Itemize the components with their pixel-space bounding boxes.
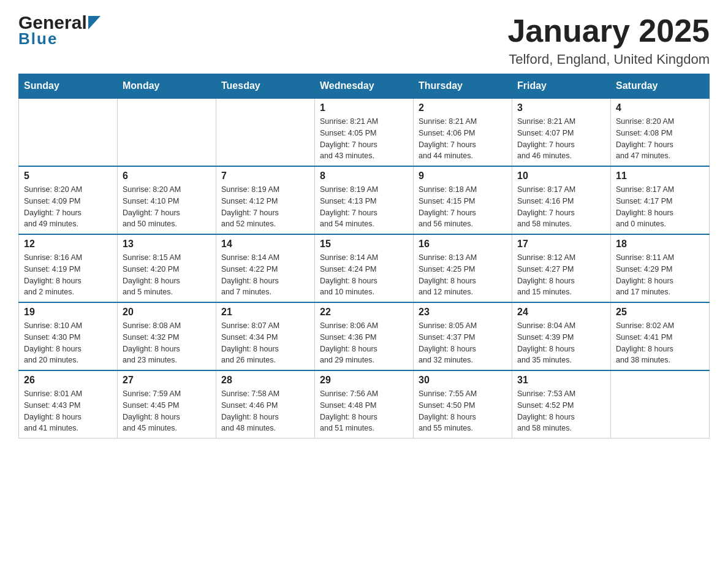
title-section: January 2025 Telford, England, United Ki… [507,12,710,67]
day-number: 27 [123,375,211,386]
calendar-cell: 4Sunrise: 8:20 AM Sunset: 4:08 PM Daylig… [611,98,710,166]
day-number: 17 [517,239,605,250]
day-info: Sunrise: 8:17 AM Sunset: 4:17 PM Dayligh… [616,184,704,230]
calendar-cell: 16Sunrise: 8:13 AM Sunset: 4:25 PM Dayli… [414,234,512,302]
day-number: 6 [123,170,211,182]
calendar-cell: 29Sunrise: 7:56 AM Sunset: 4:48 PM Dayli… [315,370,414,439]
day-info: Sunrise: 8:16 AM Sunset: 4:19 PM Dayligh… [24,252,112,298]
calendar: SundayMondayTuesdayWednesdayThursdayFrid… [18,74,710,439]
calendar-cell: 26Sunrise: 8:01 AM Sunset: 4:43 PM Dayli… [19,370,118,439]
day-number: 21 [221,307,309,318]
day-number: 7 [221,170,309,182]
day-info: Sunrise: 8:21 AM Sunset: 4:06 PM Dayligh… [419,116,507,162]
calendar-cell [19,98,118,166]
weekday-header-saturday: Saturday [611,74,710,99]
weekday-header-monday: Monday [118,74,216,99]
calendar-cell: 13Sunrise: 8:15 AM Sunset: 4:20 PM Dayli… [118,234,216,302]
day-number: 24 [517,307,605,318]
day-info: Sunrise: 8:06 AM Sunset: 4:36 PM Dayligh… [320,320,408,366]
calendar-cell: 20Sunrise: 8:08 AM Sunset: 4:32 PM Dayli… [118,302,216,370]
calendar-cell: 10Sunrise: 8:17 AM Sunset: 4:16 PM Dayli… [512,166,611,234]
day-info: Sunrise: 8:20 AM Sunset: 4:10 PM Dayligh… [123,184,211,230]
day-number: 22 [320,307,408,318]
logo-name-blue: Blue [18,29,58,48]
calendar-cell [611,370,710,439]
day-info: Sunrise: 7:55 AM Sunset: 4:50 PM Dayligh… [419,388,507,434]
calendar-cell: 1Sunrise: 8:21 AM Sunset: 4:05 PM Daylig… [315,98,414,166]
calendar-cell [118,98,216,166]
calendar-cell: 9Sunrise: 8:18 AM Sunset: 4:15 PM Daylig… [414,166,512,234]
weekday-header-friday: Friday [512,74,611,99]
calendar-cell: 31Sunrise: 7:53 AM Sunset: 4:52 PM Dayli… [512,370,611,439]
day-number: 13 [123,239,211,250]
logo: General Blue [18,12,100,48]
calendar-week-row: 26Sunrise: 8:01 AM Sunset: 4:43 PM Dayli… [19,370,710,439]
day-info: Sunrise: 8:19 AM Sunset: 4:12 PM Dayligh… [221,184,309,230]
calendar-cell: 6Sunrise: 8:20 AM Sunset: 4:10 PM Daylig… [118,166,216,234]
day-number: 12 [24,239,112,250]
day-number: 9 [419,170,507,182]
calendar-cell: 7Sunrise: 8:19 AM Sunset: 4:12 PM Daylig… [216,166,315,234]
day-number: 1 [320,102,408,113]
day-info: Sunrise: 8:20 AM Sunset: 4:08 PM Dayligh… [616,116,704,162]
day-number: 23 [419,307,507,318]
day-number: 16 [419,239,507,250]
day-info: Sunrise: 8:19 AM Sunset: 4:13 PM Dayligh… [320,184,408,230]
day-number: 14 [221,239,309,250]
day-info: Sunrise: 8:14 AM Sunset: 4:24 PM Dayligh… [320,252,408,298]
day-number: 2 [419,102,507,113]
day-info: Sunrise: 8:21 AM Sunset: 4:07 PM Dayligh… [517,116,605,162]
day-number: 19 [24,307,112,318]
day-number: 5 [24,170,112,182]
calendar-week-row: 5Sunrise: 8:20 AM Sunset: 4:09 PM Daylig… [19,166,710,234]
calendar-header-row: SundayMondayTuesdayWednesdayThursdayFrid… [19,74,710,99]
calendar-week-row: 1Sunrise: 8:21 AM Sunset: 4:05 PM Daylig… [19,98,710,166]
day-info: Sunrise: 8:02 AM Sunset: 4:41 PM Dayligh… [616,320,704,366]
day-info: Sunrise: 8:10 AM Sunset: 4:30 PM Dayligh… [24,320,112,366]
weekday-header-wednesday: Wednesday [315,74,414,99]
calendar-cell: 21Sunrise: 8:07 AM Sunset: 4:34 PM Dayli… [216,302,315,370]
day-info: Sunrise: 8:21 AM Sunset: 4:05 PM Dayligh… [320,116,408,162]
calendar-cell: 24Sunrise: 8:04 AM Sunset: 4:39 PM Dayli… [512,302,611,370]
day-number: 3 [517,102,605,113]
month-title: January 2025 [507,12,710,49]
day-info: Sunrise: 8:11 AM Sunset: 4:29 PM Dayligh… [616,252,704,298]
calendar-cell: 23Sunrise: 8:05 AM Sunset: 4:37 PM Dayli… [414,302,512,370]
calendar-cell: 28Sunrise: 7:58 AM Sunset: 4:46 PM Dayli… [216,370,315,439]
day-info: Sunrise: 8:17 AM Sunset: 4:16 PM Dayligh… [517,184,605,230]
day-number: 25 [616,307,704,318]
calendar-cell: 25Sunrise: 8:02 AM Sunset: 4:41 PM Dayli… [611,302,710,370]
calendar-week-row: 12Sunrise: 8:16 AM Sunset: 4:19 PM Dayli… [19,234,710,302]
day-info: Sunrise: 8:01 AM Sunset: 4:43 PM Dayligh… [24,388,112,434]
calendar-cell [216,98,315,166]
day-info: Sunrise: 8:14 AM Sunset: 4:22 PM Dayligh… [221,252,309,298]
day-number: 31 [517,375,605,386]
day-number: 4 [616,102,704,113]
calendar-cell: 27Sunrise: 7:59 AM Sunset: 4:45 PM Dayli… [118,370,216,439]
svg-marker-0 [88,16,100,29]
calendar-cell: 18Sunrise: 8:11 AM Sunset: 4:29 PM Dayli… [611,234,710,302]
day-number: 20 [123,307,211,318]
calendar-cell: 17Sunrise: 8:12 AM Sunset: 4:27 PM Dayli… [512,234,611,302]
day-info: Sunrise: 7:58 AM Sunset: 4:46 PM Dayligh… [221,388,309,434]
location: Telford, England, United Kingdom [507,52,710,67]
day-number: 28 [221,375,309,386]
day-number: 11 [616,170,704,182]
weekday-header-tuesday: Tuesday [216,74,315,99]
day-info: Sunrise: 8:12 AM Sunset: 4:27 PM Dayligh… [517,252,605,298]
calendar-cell: 12Sunrise: 8:16 AM Sunset: 4:19 PM Dayli… [19,234,118,302]
weekday-header-thursday: Thursday [414,74,512,99]
calendar-cell: 3Sunrise: 8:21 AM Sunset: 4:07 PM Daylig… [512,98,611,166]
day-info: Sunrise: 7:56 AM Sunset: 4:48 PM Dayligh… [320,388,408,434]
calendar-cell: 22Sunrise: 8:06 AM Sunset: 4:36 PM Dayli… [315,302,414,370]
calendar-cell: 11Sunrise: 8:17 AM Sunset: 4:17 PM Dayli… [611,166,710,234]
weekday-header-sunday: Sunday [19,74,118,99]
day-number: 30 [419,375,507,386]
page-header: General Blue January 2025 Telford, Engla… [18,12,710,67]
calendar-cell: 30Sunrise: 7:55 AM Sunset: 4:50 PM Dayli… [414,370,512,439]
calendar-cell: 15Sunrise: 8:14 AM Sunset: 4:24 PM Dayli… [315,234,414,302]
logo-triangle-icon [88,16,100,29]
day-number: 8 [320,170,408,182]
day-number: 15 [320,239,408,250]
day-info: Sunrise: 8:05 AM Sunset: 4:37 PM Dayligh… [419,320,507,366]
